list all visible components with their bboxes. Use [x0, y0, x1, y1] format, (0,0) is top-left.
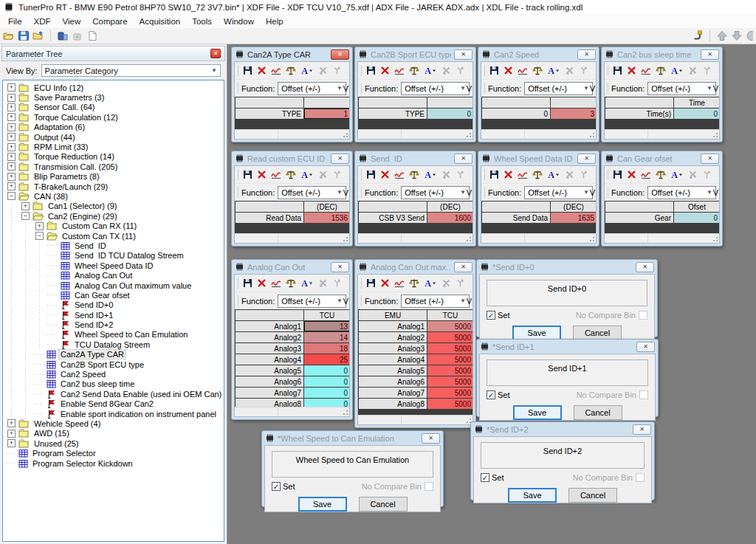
delete-x-icon[interactable] — [257, 66, 267, 75]
window-close-button[interactable]: ✕ — [331, 262, 349, 272]
tree-item-label[interactable]: Can2A Type CAR — [59, 350, 126, 359]
no-compare-bin-checkbox[interactable] — [639, 390, 648, 399]
tree-item-label[interactable]: Blip Parametrs (8) — [32, 172, 101, 181]
save-button[interactable]: Save — [512, 326, 561, 340]
value-cell[interactable]: 5000 — [427, 343, 472, 354]
value-cell[interactable]: 0 — [427, 109, 472, 119]
function-dropdown[interactable]: Offset (+/-)▼ — [278, 82, 346, 95]
save-icon[interactable] — [366, 66, 376, 75]
window-titlebar[interactable]: Analog Can Out max...✕ — [355, 260, 475, 274]
no-compare-bin-checkbox[interactable] — [425, 482, 433, 491]
window-close-button[interactable]: ✕ — [454, 49, 472, 60]
tree-item-label[interactable]: Adaptation (6) — [32, 123, 86, 131]
resize-grip[interactable] — [343, 236, 348, 242]
window-titlebar[interactable]: Can2 Speed✕ — [478, 47, 599, 61]
expand-plus-box[interactable]: + — [7, 173, 16, 181]
window-close-button[interactable]: ✕ — [636, 342, 655, 352]
expand-plus-box[interactable]: + — [21, 202, 30, 210]
graph-view-icon[interactable] — [518, 170, 528, 179]
tree-item-label[interactable]: Can2 (Engine) (29) — [47, 212, 119, 221]
function-dropdown[interactable]: Offset (+/-)▼ — [401, 295, 470, 308]
data-type-icon[interactable]: A — [670, 66, 684, 75]
value-cell[interactable]: 5000 — [427, 332, 472, 342]
set-checkbox[interactable]: ✓ — [481, 473, 489, 482]
delete-x-icon[interactable] — [504, 66, 513, 75]
window-titlebar[interactable]: Can Gear ofset✕ — [602, 151, 722, 165]
value-cell[interactable]: 5000 — [427, 354, 472, 365]
tree-item-label[interactable]: CAN (38) — [32, 192, 69, 201]
window-close-button[interactable]: ✕ — [636, 262, 654, 272]
value-cell[interactable]: 0 — [304, 399, 349, 407]
tree-item-label[interactable]: Send ID+2 — [73, 320, 114, 329]
expand-plus-box[interactable]: + — [7, 133, 16, 141]
window-titlebar[interactable]: Read custom ECU ID✕ — [232, 151, 352, 165]
tree-item-label[interactable]: RPM Limit (33) — [32, 142, 89, 151]
resize-grip[interactable] — [589, 236, 595, 242]
save-icon[interactable] — [489, 66, 499, 75]
window-close-button[interactable]: ✕ — [422, 433, 440, 444]
move-up-icon[interactable] — [716, 30, 728, 41]
tree-item-label[interactable]: Analog Can Out maximum value — [73, 281, 193, 290]
open-xdf-icon[interactable] — [32, 30, 44, 41]
tree-item-label[interactable]: Can2B Sport ECU type — [59, 360, 145, 369]
tree-item-label[interactable]: Can2 bus sleep time — [59, 379, 136, 388]
function-dropdown[interactable]: Offset (+/-)▼ — [524, 186, 593, 199]
tree-item-label[interactable]: Enable Send 8Gear Can2 — [59, 399, 155, 408]
tree-item-label[interactable]: Send ID — [73, 241, 108, 250]
resize-grip[interactable] — [466, 132, 472, 138]
acquisition-connect-icon[interactable] — [57, 30, 69, 41]
value-cell[interactable]: 13 — [304, 321, 349, 331]
new-file-icon[interactable] — [86, 30, 98, 41]
delete-x-icon[interactable] — [380, 278, 390, 288]
resize-grip[interactable] — [712, 132, 718, 138]
data-type-icon[interactable]: A — [424, 278, 437, 288]
save-icon[interactable] — [366, 278, 376, 288]
collapse-minus-box[interactable]: − — [35, 232, 44, 240]
menu-item-view[interactable]: View — [57, 16, 87, 27]
tree-item-label[interactable]: Save Parametrs (3) — [32, 93, 106, 102]
value-cell[interactable]: 1600 — [427, 213, 472, 223]
tree-item-label[interactable]: Wheel Speed Data ID — [73, 261, 154, 270]
window-close-button[interactable]: ✕ — [701, 49, 719, 60]
graph-view-icon[interactable] — [394, 66, 405, 75]
tree-item-label[interactable]: Output (44) — [32, 133, 77, 142]
function-dropdown[interactable]: Offset (+/-)▼ — [524, 82, 593, 95]
graph-view-icon[interactable] — [271, 170, 281, 179]
data-type-icon[interactable]: A — [547, 170, 560, 179]
tree-item-label[interactable]: Unused (25) — [32, 439, 80, 448]
expand-plus-box[interactable]: + — [7, 182, 16, 190]
value-cell[interactable]: 5000 — [427, 388, 472, 398]
compare-scales-icon[interactable] — [409, 66, 419, 75]
resize-grip[interactable] — [343, 132, 348, 138]
value-cell[interactable]: 3 — [551, 109, 596, 119]
function-dropdown[interactable]: Offset (+/-)▼ — [647, 82, 716, 95]
tree-item-label[interactable]: Analog Can Out — [73, 271, 134, 280]
tree-item-label[interactable]: Program Selector — [31, 449, 97, 458]
cancel-button[interactable]: Cancel — [573, 326, 622, 340]
tree-item-label[interactable]: Can Gear ofset — [73, 291, 131, 300]
compare-scales-icon[interactable] — [286, 278, 296, 288]
expand-plus-box[interactable]: + — [7, 439, 16, 447]
value-cell[interactable]: 5000 — [427, 321, 472, 331]
value-cell[interactable]: 0 — [304, 376, 349, 387]
expand-plus-box[interactable]: + — [7, 113, 16, 121]
tree-item-label[interactable]: Can2 Send Data Enable (used ini OEM Can) — [59, 390, 223, 399]
tree-item-label[interactable]: Custom Can TX (11) — [61, 232, 137, 241]
tree-item-label[interactable]: Program Selector Kickdown — [31, 459, 134, 468]
save-icon[interactable] — [366, 170, 376, 179]
resize-grip[interactable] — [589, 132, 595, 138]
expand-plus-box[interactable]: + — [7, 162, 16, 171]
menu-item-window[interactable]: Window — [218, 16, 260, 27]
graph-view-icon[interactable] — [641, 170, 651, 179]
window-titlebar[interactable]: Wheel Speed Data ID✕ — [478, 151, 599, 165]
window-titlebar[interactable]: Analog Can Out✕ — [232, 260, 352, 274]
tree-item-label[interactable]: TCU Datalog Streem — [73, 340, 151, 349]
data-type-icon[interactable]: A — [424, 170, 437, 179]
expand-plus-box[interactable]: + — [7, 83, 16, 92]
window-titlebar[interactable]: *Send ID+0✕ — [477, 260, 657, 274]
value-cell[interactable]: 5000 — [427, 399, 472, 409]
save-button[interactable]: Save — [508, 488, 557, 503]
tree-item-label[interactable]: AWD (15) — [32, 429, 71, 438]
expand-plus-box[interactable]: + — [7, 103, 16, 111]
expand-plus-box[interactable]: + — [7, 430, 16, 438]
